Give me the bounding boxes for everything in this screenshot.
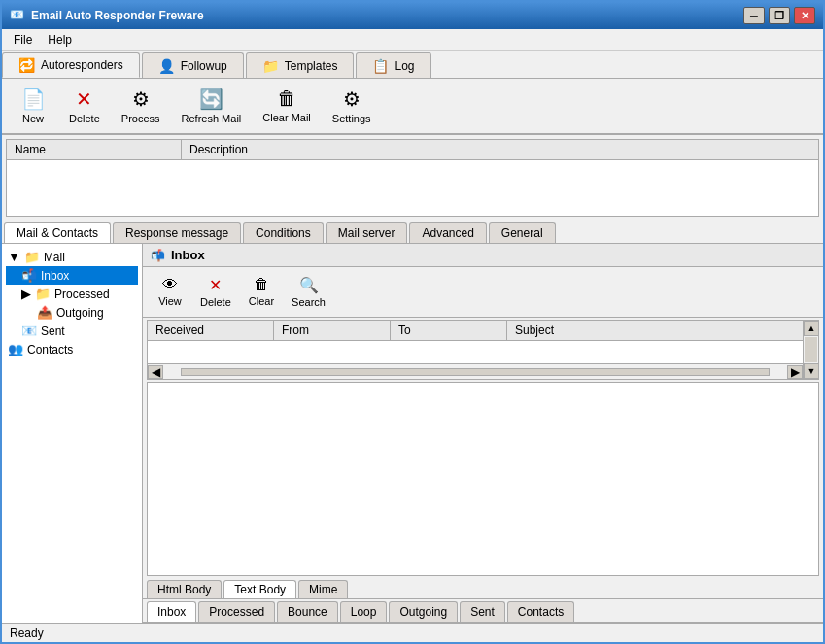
horizontal-scrollbar[interactable]: ◀ ▶ xyxy=(148,363,803,379)
tab-mail-contacts[interactable]: Mail & Contacts xyxy=(4,222,111,243)
process-button[interactable]: ⚙ Process xyxy=(113,83,169,129)
tab-folder-inbox-label: Inbox xyxy=(157,605,186,619)
inbox-search-button[interactable]: 🔍 Search xyxy=(285,271,332,313)
tab-autoresponders[interactable]: 🔁 Autoresponders xyxy=(2,52,140,78)
view-icon: 👁 xyxy=(162,276,178,293)
tree-mail-label: Mail xyxy=(44,251,65,264)
tab-text-body[interactable]: Text Body xyxy=(223,580,296,598)
process-icon: ⚙ xyxy=(132,87,150,111)
tab-log-label: Log xyxy=(395,59,414,73)
autoresponder-list[interactable]: Name Description xyxy=(6,139,819,217)
scroll-down-btn[interactable]: ▼ xyxy=(804,363,818,379)
mail-table-header: Received From To Subject xyxy=(148,321,803,341)
delete-icon: ✕ xyxy=(76,87,92,111)
tab-response-message[interactable]: Response message xyxy=(113,222,241,243)
menu-file[interactable]: File xyxy=(6,31,40,49)
refresh-mail-icon: 🔄 xyxy=(199,87,223,111)
minimize-button[interactable]: ─ xyxy=(743,7,765,24)
expand-mail-icon: ▼ xyxy=(8,250,20,264)
tab-folder-loop[interactable]: Loop xyxy=(340,601,388,622)
scroll-up-btn[interactable]: ▲ xyxy=(804,321,818,336)
tab-folder-processed[interactable]: Processed xyxy=(198,601,275,622)
view-label: View xyxy=(158,295,182,307)
list-col-name: Name xyxy=(7,140,182,159)
tree-contacts[interactable]: 👥 Contacts xyxy=(6,340,138,358)
processed-folder-icon: 📁 xyxy=(35,287,51,301)
tab-advanced[interactable]: Advanced xyxy=(409,222,486,243)
right-panel: 📬 Inbox 👁 View ✕ Delete 🗑 Clear 🔍 xyxy=(143,244,823,623)
tab-text-body-label: Text Body xyxy=(234,583,286,596)
tree-mail[interactable]: ▼ 📁 Mail xyxy=(6,248,138,266)
tab-general[interactable]: General xyxy=(489,222,556,243)
inbox-clear-label: Clear xyxy=(249,295,274,307)
inbox-toolbar: 👁 View ✕ Delete 🗑 Clear 🔍 Search xyxy=(143,267,823,318)
preview-area xyxy=(147,382,819,576)
tab-folder-inbox[interactable]: Inbox xyxy=(147,601,196,622)
app-icon: 📧 xyxy=(10,8,25,23)
outgoing-folder-icon: 📤 xyxy=(37,305,52,320)
tab-folder-sent[interactable]: Sent xyxy=(460,601,505,622)
col-subject: Subject xyxy=(507,321,803,340)
tree-outgoing[interactable]: 📤 Outgoing xyxy=(6,303,138,322)
main-split: ▼ 📁 Mail 📬 Inbox ▶ 📁 Processed 📤 Outgoin… xyxy=(2,244,823,623)
inbox-clear-icon: 🗑 xyxy=(254,276,269,293)
tab-folder-bounce[interactable]: Bounce xyxy=(277,601,338,622)
tab-folder-outgoing[interactable]: Outgoing xyxy=(389,601,458,622)
mail-folder-icon: 📁 xyxy=(24,250,40,264)
scroll-right-btn[interactable]: ▶ xyxy=(787,365,803,379)
refresh-mail-button[interactable]: 🔄 Refresh Mail xyxy=(173,83,251,129)
window-title: Email Auto Responder Freware xyxy=(31,9,743,22)
col-to: To xyxy=(391,321,507,340)
sent-folder-icon: 📧 xyxy=(21,323,37,338)
body-tabs: Html Body Text Body Mime xyxy=(143,578,823,599)
tree-sent[interactable]: 📧 Sent xyxy=(6,322,138,340)
status-bar: Ready xyxy=(2,623,823,642)
tree-processed-label: Processed xyxy=(54,288,110,301)
tree-inbox-label: Inbox xyxy=(41,269,69,283)
tree-processed[interactable]: ▶ 📁 Processed xyxy=(6,285,138,303)
tab-html-body[interactable]: Html Body xyxy=(147,580,222,598)
menu-bar: File Help xyxy=(2,29,823,51)
tab-log[interactable]: 📋 Log xyxy=(356,52,430,78)
clear-mail-button[interactable]: 🗑 Clear Mail xyxy=(254,83,320,129)
tab-mail-contacts-label: Mail & Contacts xyxy=(17,226,98,240)
contacts-icon: 👥 xyxy=(8,342,23,356)
refresh-mail-label: Refresh Mail xyxy=(182,113,242,124)
tree-outgoing-label: Outgoing xyxy=(56,306,104,320)
scroll-left-btn[interactable]: ◀ xyxy=(148,365,163,379)
restore-button[interactable]: ❐ xyxy=(769,7,790,24)
tab-html-body-label: Html Body xyxy=(157,583,211,596)
inbox-delete-button[interactable]: ✕ Delete xyxy=(193,271,238,313)
new-button[interactable]: 📄 New xyxy=(10,83,56,129)
toolbar: 📄 New ✕ Delete ⚙ Process 🔄 Refresh Mail … xyxy=(2,79,823,135)
tab-folder-bounce-label: Bounce xyxy=(288,605,327,619)
close-button[interactable]: ✕ xyxy=(794,7,815,24)
followup-icon: 👤 xyxy=(158,58,175,74)
list-header: Name Description xyxy=(7,140,818,160)
vertical-scrollbar[interactable]: ▲ ▼ xyxy=(803,321,818,379)
settings-label: Settings xyxy=(332,113,371,124)
status-text: Ready xyxy=(10,627,44,640)
expand-processed-icon: ▶ xyxy=(21,287,31,301)
tab-templates[interactable]: 📁 Templates xyxy=(246,52,355,78)
inbox-header-icon: 📬 xyxy=(151,249,165,262)
tab-followup[interactable]: 👤 Followup xyxy=(142,52,244,78)
tree-sent-label: Sent xyxy=(41,324,65,338)
view-button[interactable]: 👁 View xyxy=(151,271,189,313)
mail-table-with-scroll: Received From To Subject ◀ ▶ xyxy=(148,321,818,379)
menu-help[interactable]: Help xyxy=(40,31,80,49)
mail-table-main: Received From To Subject ◀ ▶ xyxy=(148,321,803,379)
delete-button[interactable]: ✕ Delete xyxy=(60,83,109,129)
bottom-tabs: Mail & Contacts Response message Conditi… xyxy=(2,220,823,244)
tab-mail-server[interactable]: Mail server xyxy=(326,222,408,243)
clear-mail-label: Clear Mail xyxy=(262,112,311,123)
tab-folder-contacts-label: Contacts xyxy=(518,605,564,619)
tree-contacts-label: Contacts xyxy=(27,343,73,356)
tree-inbox[interactable]: 📬 Inbox xyxy=(6,266,138,285)
tab-mime[interactable]: Mime xyxy=(298,580,348,598)
tab-folder-contacts[interactable]: Contacts xyxy=(507,601,574,622)
settings-button[interactable]: ⚙ Settings xyxy=(324,83,380,129)
inbox-title: Inbox xyxy=(171,248,205,262)
tab-conditions[interactable]: Conditions xyxy=(243,222,324,243)
inbox-clear-button[interactable]: 🗑 Clear xyxy=(242,271,281,313)
